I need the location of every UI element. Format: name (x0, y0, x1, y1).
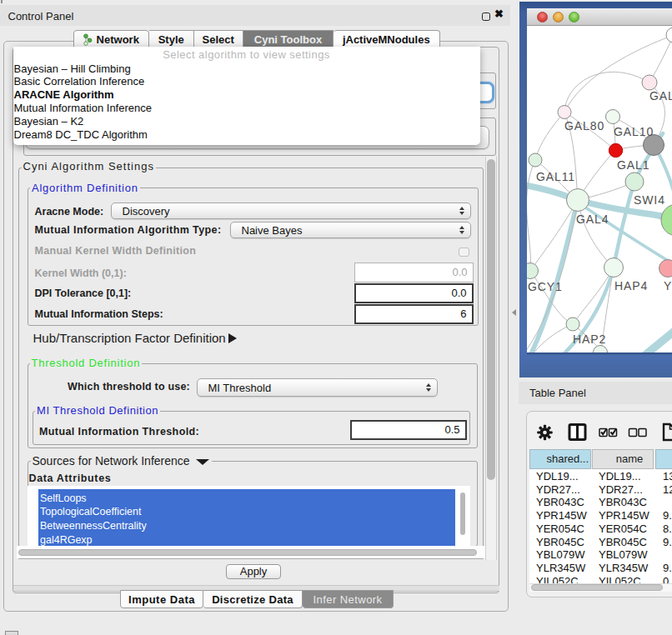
svg-text:GAL1: GAL1 (617, 158, 649, 172)
svg-text:GAL11: GAL11 (536, 170, 575, 183)
svg-text:GAL10: GAL10 (614, 125, 654, 138)
svg-text:GCY1: GCY1 (528, 280, 563, 293)
svg-text:HAP2: HAP2 (573, 332, 606, 346)
svg-text:Y: Y (664, 279, 672, 292)
svg-text:SWI4: SWI4 (634, 193, 665, 207)
svg-text:GAL4: GAL4 (576, 212, 609, 226)
svg-text:GAL: GAL (649, 89, 672, 102)
svg-text:HAP4: HAP4 (614, 279, 648, 292)
svg-text:GAL80: GAL80 (564, 119, 604, 132)
